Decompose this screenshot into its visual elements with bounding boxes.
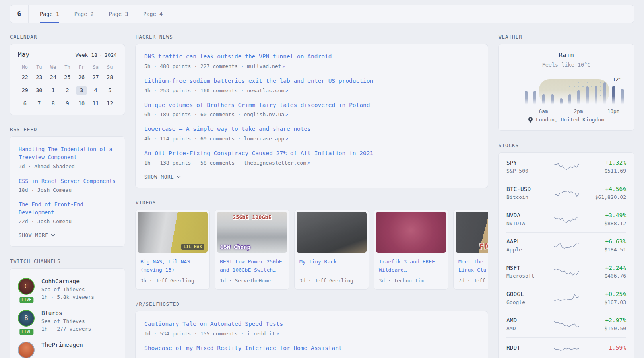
weather-bar (612, 86, 615, 105)
section-label-weather: WEATHER (499, 34, 634, 40)
calendar-day-name: Tu (32, 64, 47, 70)
stock-row[interactable]: GOOGL Google +0.25% $167.03 (506, 285, 626, 311)
section-label-calendar: CALENDAR (10, 34, 125, 40)
weather-location: London, United Kingdom (508, 117, 625, 123)
twitch-channel-row[interactable]: C LIVE CohhCarnage Sea of Thieves 1h · 5… (18, 278, 117, 301)
stock-sparkline (554, 240, 579, 251)
hackernews-item-title[interactable]: Lithium-free sodium batteries exit the l… (144, 77, 373, 86)
page-tab[interactable]: Page 2 (74, 5, 94, 23)
rss-show-more[interactable]: SHOW MORE (19, 232, 116, 238)
video-card[interactable]: LIL NAS Big NAS, Lil NAS (moving 13) 3h … (135, 210, 210, 290)
left-column: CALENDAR May Week 18·2024 MoTuWeThFrSaSu… (10, 34, 125, 358)
selfhosted-widget: Cautionary Tale on Automated Speed Tests… (135, 311, 488, 358)
weather-time-label: 6am (539, 108, 548, 114)
calendar-section: CALENDAR May Week 18·2024 MoTuWeThFrSaSu… (10, 34, 125, 115)
page-tab[interactable]: Page 3 (109, 5, 128, 23)
video-thumbnail[interactable]: FAS (456, 212, 488, 253)
hackernews-item-meta: 6h · 189 points · 60 comments · english.… (144, 111, 479, 117)
stock-name: Microsoft (506, 273, 554, 279)
rss-item-title[interactable]: The End of Front-End Development (19, 200, 116, 217)
videos-carousel: LIL NAS Big NAS, Lil NAS (moving 13) 3h … (135, 210, 488, 290)
stock-change-percent: +0.25% (579, 291, 627, 297)
video-thumbnail[interactable] (297, 212, 367, 253)
stock-row[interactable]: AAPL Apple +6.63% $184.51 (506, 232, 626, 259)
stock-name: NVIDIA (506, 220, 554, 226)
calendar-day-name: Su (103, 64, 117, 70)
twitch-channel-row[interactable]: ThePrimeagen (18, 342, 117, 358)
video-title[interactable]: My Tiny Rack (295, 255, 369, 274)
top-navigation: G Page 1 Page 2 Page 3 Page 4 (10, 5, 634, 23)
stock-sparkline (554, 214, 579, 224)
twitch-channel-name[interactable]: CohhCarnage (41, 278, 94, 284)
hackernews-item-title[interactable]: An Oil Price-Fixing Conspiracy Caused 27… (144, 149, 373, 158)
video-meta: 3d · Jeff Geerling (295, 274, 369, 289)
video-title[interactable]: Meet the Linux Clu (454, 255, 488, 274)
hackernews-item-title[interactable]: DNS traffic can leak outside the VPN tun… (144, 53, 332, 61)
video-card[interactable]: 25GbE 100GbE 15W Cheap BEST Low Power 25… (215, 210, 289, 290)
weather-hour-column: 2pm (574, 80, 583, 105)
reddit-item-title[interactable]: Showcase of my Mixed Reality Interface f… (144, 344, 342, 353)
stock-change-percent: +2.24% (579, 265, 627, 271)
video-title[interactable]: Big NAS, Lil NAS (moving 13) (136, 255, 209, 274)
hackernews-item-meta: 5h · 480 points · 227 comments · mullvad… (144, 63, 479, 69)
stock-row[interactable]: BTC-USD Bitcoin +4.56% $61,820.02 (506, 180, 626, 206)
video-thumbnail[interactable]: LIL NAS (138, 212, 208, 253)
avatar: B (18, 310, 35, 327)
stock-sparkline (554, 188, 579, 198)
video-card[interactable]: Traefik 3 and FREE Wildcard… 3d · Techno… (374, 210, 448, 290)
video-meta: 3h · Jeff Geerling (136, 274, 209, 289)
section-label-videos: VIDEOS (136, 200, 488, 206)
app-logo[interactable]: G (10, 5, 29, 23)
video-title[interactable]: Traefik 3 and FREE Wildcard… (374, 255, 448, 274)
chevron-down-icon (177, 175, 181, 178)
weather-bar (568, 94, 571, 105)
twitch-channel-name[interactable]: ThePrimeagen (41, 342, 83, 348)
calendar-day: 25 (60, 72, 75, 82)
video-title[interactable]: BEST Low Power 25GbE and 100GbE Switch… (215, 255, 289, 274)
hackernews-show-more[interactable]: SHOW MORE (144, 174, 479, 180)
stock-row[interactable]: NVDA NVIDIA +3.49% $888.12 (506, 206, 626, 232)
live-badge: LIVE (19, 328, 34, 335)
stock-row[interactable]: RDDT -1.59% (506, 337, 626, 358)
stock-price: $150.50 (579, 325, 627, 331)
video-thumbnail[interactable]: 25GbE 100GbE 15W Cheap (217, 212, 287, 253)
weather-bar (595, 86, 597, 105)
hackernews-item-title[interactable]: Unique volumes of Brothers Grimm fairy t… (144, 101, 370, 110)
stock-row[interactable]: MSFT Microsoft +2.24% $406.76 (506, 259, 626, 285)
stock-symbol: BTC-USD (506, 186, 554, 192)
calendar-month: May (18, 51, 29, 58)
weather-hour-column: 6am (539, 80, 548, 105)
hackernews-item-title[interactable]: Lowercase – A simple way to take and sha… (144, 125, 311, 134)
reddit-item-title[interactable]: Cautionary Tale on Automated Speed Tests (144, 320, 283, 329)
hackernews-item: Unique volumes of Brothers Grimm fairy t… (144, 101, 479, 118)
stock-symbol: GOOGL (506, 291, 554, 297)
rss-item-title[interactable]: Handling The Indentation of a Treeview C… (19, 145, 116, 161)
calendar-day-name: We (46, 64, 60, 70)
stock-row[interactable]: SPY S&P 500 +1.32% $511.69 (506, 154, 626, 180)
stock-change-percent: +3.49% (579, 212, 627, 218)
chevron-down-icon (51, 234, 55, 237)
page-tab[interactable]: Page 1 (40, 5, 59, 23)
video-card[interactable]: FAS Meet the Linux Clu 7d · Jeff Geerlin… (453, 210, 488, 290)
video-card[interactable]: My Tiny Rack 3d · Jeff Geerling (294, 210, 369, 290)
page-tab[interactable]: Page 4 (143, 5, 163, 23)
calendar-day: 5 (103, 86, 117, 95)
location-pin-icon (528, 117, 533, 123)
calendar-day: 4 (89, 86, 103, 95)
page-tabs: Page 1 Page 2 Page 3 Page 4 (29, 5, 174, 23)
stock-row[interactable]: AMD AMD +2.97% $150.50 (506, 311, 626, 337)
external-link-icon: ↗ (285, 88, 288, 93)
stock-change-percent: +2.97% (579, 317, 627, 323)
twitch-channel-name[interactable]: Blurbs (41, 310, 91, 316)
video-thumbnail[interactable] (376, 212, 446, 253)
dashboard-columns: CALENDAR May Week 18·2024 MoTuWeThFrSaSu… (0, 34, 644, 358)
source-domain: i.redd.it (247, 331, 275, 337)
right-column: WEATHER Rain Feels like 10°C (498, 34, 634, 358)
twitch-channel-row[interactable]: B LIVE Blurbs Sea of Thieves 1h · 277 vi… (18, 310, 117, 333)
rss-item-title[interactable]: CSS in React Server Components (19, 177, 116, 185)
rss-item: Handling The Indentation of a Treeview C… (19, 145, 116, 169)
weather-hour-column (530, 80, 539, 105)
stock-name: Apple (506, 247, 554, 253)
weather-hour-column (548, 80, 557, 105)
stock-price: $406.76 (579, 273, 627, 279)
